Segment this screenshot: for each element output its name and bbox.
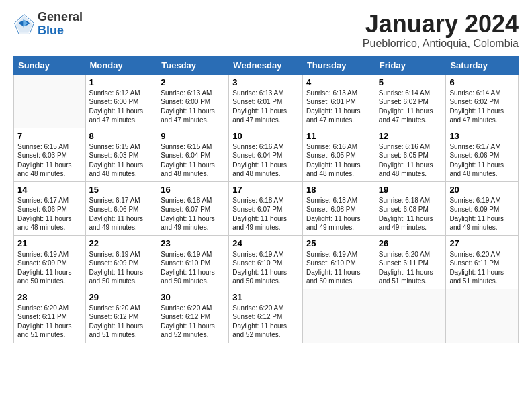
calendar-cell bbox=[375, 289, 446, 342]
header-saturday: Saturday bbox=[446, 56, 519, 74]
date-number: 7 bbox=[17, 131, 82, 141]
header-tuesday: Tuesday bbox=[157, 56, 229, 74]
week-row-4: 28Sunrise: 6:20 AMSunset: 6:11 PMDayligh… bbox=[14, 289, 519, 342]
cell-info: Sunrise: 6:19 AMSunset: 6:10 PMDaylight:… bbox=[232, 250, 287, 285]
week-row-0: 1Sunrise: 6:12 AMSunset: 6:00 PMDaylight… bbox=[14, 74, 519, 128]
date-number: 25 bbox=[306, 238, 371, 248]
cell-info: Sunrise: 6:20 AMSunset: 6:11 PMDaylight:… bbox=[449, 250, 504, 285]
date-number: 21 bbox=[17, 238, 82, 248]
calendar-cell: 17Sunrise: 6:18 AMSunset: 6:07 PMDayligh… bbox=[229, 181, 303, 235]
calendar-cell: 28Sunrise: 6:20 AMSunset: 6:11 PMDayligh… bbox=[14, 289, 86, 342]
calendar-cell bbox=[14, 74, 86, 128]
calendar-cell: 29Sunrise: 6:20 AMSunset: 6:12 PMDayligh… bbox=[85, 289, 157, 342]
calendar-cell: 23Sunrise: 6:19 AMSunset: 6:10 PMDayligh… bbox=[157, 235, 229, 289]
calendar-cell: 22Sunrise: 6:19 AMSunset: 6:09 PMDayligh… bbox=[85, 235, 157, 289]
date-number: 29 bbox=[89, 292, 154, 302]
date-number: 28 bbox=[17, 292, 82, 302]
cell-info: Sunrise: 6:18 AMSunset: 6:08 PMDaylight:… bbox=[306, 197, 361, 232]
cell-info: Sunrise: 6:19 AMSunset: 6:09 PMDaylight:… bbox=[17, 250, 72, 285]
calendar-page: General Blue January 2024 Pueblorrico, A… bbox=[0, 0, 532, 411]
logo-general-text: General bbox=[38, 11, 83, 24]
calendar-cell: 3Sunrise: 6:13 AMSunset: 6:01 PMDaylight… bbox=[229, 74, 303, 128]
cell-info: Sunrise: 6:14 AMSunset: 6:02 PMDaylight:… bbox=[449, 89, 504, 124]
calendar-cell: 26Sunrise: 6:20 AMSunset: 6:11 PMDayligh… bbox=[375, 235, 446, 289]
logo-icon bbox=[13, 13, 35, 35]
calendar-cell: 10Sunrise: 6:16 AMSunset: 6:04 PMDayligh… bbox=[229, 128, 303, 181]
cell-info: Sunrise: 6:15 AMSunset: 6:04 PMDaylight:… bbox=[161, 143, 215, 178]
date-number: 30 bbox=[161, 292, 225, 302]
calendar-cell: 24Sunrise: 6:19 AMSunset: 6:10 PMDayligh… bbox=[229, 235, 303, 289]
cell-info: Sunrise: 6:20 AMSunset: 6:11 PMDaylight:… bbox=[17, 304, 72, 339]
date-number: 11 bbox=[306, 131, 371, 141]
calendar-cell: 13Sunrise: 6:17 AMSunset: 6:06 PMDayligh… bbox=[446, 128, 519, 181]
calendar-cell: 16Sunrise: 6:18 AMSunset: 6:07 PMDayligh… bbox=[157, 181, 229, 235]
date-number: 5 bbox=[379, 77, 443, 87]
calendar-subtitle: Pueblorrico, Antioquia, Colombia bbox=[363, 38, 519, 50]
calendar-cell: 12Sunrise: 6:16 AMSunset: 6:05 PMDayligh… bbox=[375, 128, 446, 181]
header-friday: Friday bbox=[375, 56, 446, 74]
date-number: 31 bbox=[232, 292, 299, 302]
calendar-cell: 4Sunrise: 6:13 AMSunset: 6:01 PMDaylight… bbox=[302, 74, 375, 128]
calendar-cell: 25Sunrise: 6:19 AMSunset: 6:10 PMDayligh… bbox=[302, 235, 375, 289]
cell-info: Sunrise: 6:12 AMSunset: 6:00 PMDaylight:… bbox=[89, 89, 144, 124]
cell-info: Sunrise: 6:16 AMSunset: 6:05 PMDaylight:… bbox=[306, 143, 361, 178]
calendar-cell: 20Sunrise: 6:19 AMSunset: 6:09 PMDayligh… bbox=[446, 181, 519, 235]
date-number: 26 bbox=[379, 238, 443, 248]
cell-info: Sunrise: 6:13 AMSunset: 6:01 PMDaylight:… bbox=[306, 89, 361, 124]
week-row-3: 21Sunrise: 6:19 AMSunset: 6:09 PMDayligh… bbox=[14, 235, 519, 289]
cell-info: Sunrise: 6:14 AMSunset: 6:02 PMDaylight:… bbox=[379, 89, 433, 124]
date-number: 10 bbox=[232, 131, 299, 141]
cell-info: Sunrise: 6:13 AMSunset: 6:01 PMDaylight:… bbox=[232, 89, 287, 124]
date-number: 17 bbox=[232, 185, 299, 195]
date-number: 22 bbox=[89, 238, 154, 248]
cell-info: Sunrise: 6:19 AMSunset: 6:10 PMDaylight:… bbox=[161, 250, 215, 285]
cell-info: Sunrise: 6:17 AMSunset: 6:06 PMDaylight:… bbox=[89, 197, 144, 232]
date-number: 6 bbox=[449, 77, 515, 87]
calendar-cell: 18Sunrise: 6:18 AMSunset: 6:08 PMDayligh… bbox=[302, 181, 375, 235]
cell-info: Sunrise: 6:19 AMSunset: 6:10 PMDaylight:… bbox=[306, 250, 361, 285]
calendar-cell: 7Sunrise: 6:15 AMSunset: 6:03 PMDaylight… bbox=[14, 128, 86, 181]
date-number: 8 bbox=[89, 131, 154, 141]
date-number: 19 bbox=[379, 185, 443, 195]
calendar-cell: 6Sunrise: 6:14 AMSunset: 6:02 PMDaylight… bbox=[446, 74, 519, 128]
date-number: 4 bbox=[306, 77, 371, 87]
header-sunday: Sunday bbox=[14, 56, 86, 74]
cell-info: Sunrise: 6:17 AMSunset: 6:06 PMDaylight:… bbox=[449, 143, 504, 178]
week-row-1: 7Sunrise: 6:15 AMSunset: 6:03 PMDaylight… bbox=[14, 128, 519, 181]
date-number: 2 bbox=[161, 77, 225, 87]
cell-info: Sunrise: 6:13 AMSunset: 6:00 PMDaylight:… bbox=[161, 89, 215, 124]
calendar-cell: 8Sunrise: 6:15 AMSunset: 6:03 PMDaylight… bbox=[85, 128, 157, 181]
calendar-cell: 31Sunrise: 6:20 AMSunset: 6:12 PMDayligh… bbox=[229, 289, 303, 342]
header-wednesday: Wednesday bbox=[229, 56, 303, 74]
cell-info: Sunrise: 6:18 AMSunset: 6:07 PMDaylight:… bbox=[161, 197, 215, 232]
cell-info: Sunrise: 6:15 AMSunset: 6:03 PMDaylight:… bbox=[89, 143, 144, 178]
date-number: 9 bbox=[161, 131, 225, 141]
date-number: 1 bbox=[89, 77, 154, 87]
calendar-cell: 21Sunrise: 6:19 AMSunset: 6:09 PMDayligh… bbox=[14, 235, 86, 289]
calendar-cell: 14Sunrise: 6:17 AMSunset: 6:06 PMDayligh… bbox=[14, 181, 86, 235]
calendar-title: January 2024 bbox=[363, 11, 519, 38]
calendar-cell: 30Sunrise: 6:20 AMSunset: 6:12 PMDayligh… bbox=[157, 289, 229, 342]
calendar-cell bbox=[302, 289, 375, 342]
date-number: 18 bbox=[306, 185, 371, 195]
cell-info: Sunrise: 6:19 AMSunset: 6:09 PMDaylight:… bbox=[89, 250, 144, 285]
cell-info: Sunrise: 6:20 AMSunset: 6:11 PMDaylight:… bbox=[379, 250, 433, 285]
calendar-cell bbox=[446, 289, 519, 342]
title-section: January 2024 Pueblorrico, Antioquia, Col… bbox=[363, 11, 519, 50]
cell-info: Sunrise: 6:18 AMSunset: 6:08 PMDaylight:… bbox=[379, 197, 433, 232]
week-row-2: 14Sunrise: 6:17 AMSunset: 6:06 PMDayligh… bbox=[14, 181, 519, 235]
header-thursday: Thursday bbox=[302, 56, 375, 74]
cell-info: Sunrise: 6:15 AMSunset: 6:03 PMDaylight:… bbox=[17, 143, 72, 178]
date-number: 20 bbox=[449, 185, 515, 195]
calendar-cell: 9Sunrise: 6:15 AMSunset: 6:04 PMDaylight… bbox=[157, 128, 229, 181]
cell-info: Sunrise: 6:19 AMSunset: 6:09 PMDaylight:… bbox=[449, 197, 504, 232]
calendar-cell: 27Sunrise: 6:20 AMSunset: 6:11 PMDayligh… bbox=[446, 235, 519, 289]
cell-info: Sunrise: 6:18 AMSunset: 6:07 PMDaylight:… bbox=[232, 197, 287, 232]
calendar-cell: 5Sunrise: 6:14 AMSunset: 6:02 PMDaylight… bbox=[375, 74, 446, 128]
date-number: 12 bbox=[379, 131, 443, 141]
calendar-cell: 2Sunrise: 6:13 AMSunset: 6:00 PMDaylight… bbox=[157, 74, 229, 128]
cell-info: Sunrise: 6:16 AMSunset: 6:05 PMDaylight:… bbox=[379, 143, 433, 178]
date-number: 15 bbox=[89, 185, 154, 195]
header-row: Sunday Monday Tuesday Wednesday Thursday… bbox=[14, 56, 519, 74]
date-number: 23 bbox=[161, 238, 225, 248]
